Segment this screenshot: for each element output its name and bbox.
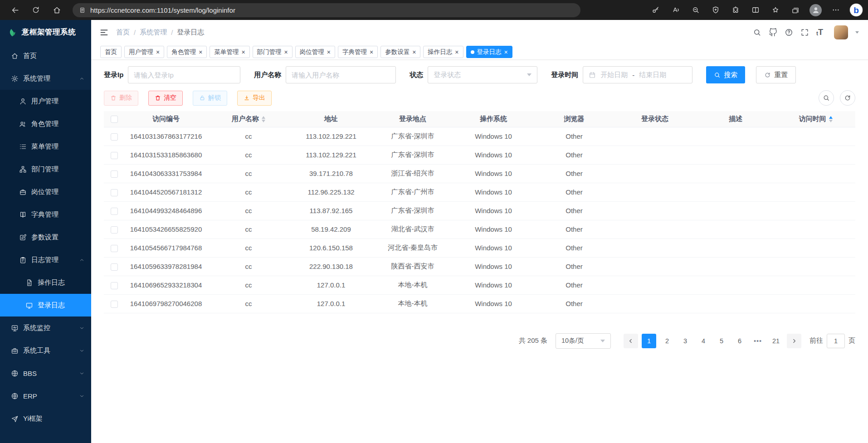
sidebar-item-system-tools[interactable]: 系统工具 — [0, 339, 91, 362]
sidebar-item-yi-framework[interactable]: Yi框架 — [0, 407, 91, 430]
font-size-icon[interactable]: tT — [816, 28, 823, 36]
collections-icon[interactable] — [790, 4, 801, 16]
help-icon[interactable] — [785, 28, 793, 37]
chevron-down-icon[interactable] — [855, 31, 859, 34]
extensions-icon[interactable] — [730, 4, 741, 16]
sidebar-item-log-management[interactable]: 日志管理 — [0, 248, 91, 271]
sidebar-item-bbs[interactable]: BBS — [0, 362, 91, 385]
col-address[interactable]: 地址 — [290, 111, 372, 127]
col-location[interactable]: 登录地点 — [372, 111, 453, 127]
sidebar-item-login-log[interactable]: 登录日志 — [0, 294, 91, 316]
tab-operation-log[interactable]: 操作日志× — [423, 46, 463, 58]
sidebar-item-role-management[interactable]: 角色管理 — [0, 112, 91, 135]
next-page-button[interactable] — [787, 334, 801, 348]
row-checkbox[interactable] — [111, 189, 118, 196]
row-checkbox[interactable] — [111, 245, 118, 252]
row-checkbox[interactable] — [111, 152, 118, 159]
tab-param-settings[interactable]: 参数设置× — [380, 46, 420, 58]
login-time-range-picker[interactable]: 开始日期 - 结束日期 — [583, 66, 692, 83]
table-refresh-button[interactable] — [840, 90, 855, 106]
close-icon[interactable]: × — [370, 49, 373, 55]
row-checkbox[interactable] — [111, 133, 118, 141]
close-icon[interactable]: × — [284, 49, 288, 55]
page-ellipsis[interactable]: ••• — [751, 334, 765, 348]
sidebar-item-home[interactable]: 首页 — [0, 44, 91, 67]
col-time[interactable]: 访问时间 — [776, 111, 855, 127]
sidebar-item-dict-management[interactable]: 字典管理 — [0, 203, 91, 226]
close-icon[interactable]: × — [327, 49, 331, 55]
show-search-toggle-button[interactable] — [819, 90, 834, 106]
page-button-21[interactable]: 21 — [769, 334, 783, 348]
split-screen-icon[interactable] — [750, 4, 761, 16]
sidebar-item-post-management[interactable]: 岗位管理 — [0, 180, 91, 203]
username-input[interactable] — [286, 66, 396, 83]
tab-post-management[interactable]: 岗位管理× — [295, 46, 335, 58]
breadcrumb-item-system[interactable]: 系统管理 — [140, 28, 167, 37]
browser-essentials-icon[interactable] — [710, 4, 722, 16]
prev-page-button[interactable] — [624, 334, 638, 348]
clear-button[interactable]: 清空 — [148, 91, 183, 106]
search-button[interactable]: 搜索 — [706, 66, 745, 83]
page-button-3[interactable]: 3 — [678, 334, 692, 348]
sidebar-item-dept-management[interactable]: 部门管理 — [0, 158, 91, 180]
row-checkbox[interactable] — [111, 226, 118, 234]
password-key-icon[interactable] — [650, 4, 662, 16]
page-button-1[interactable]: 1 — [642, 334, 656, 348]
zoom-out-icon[interactable] — [690, 4, 702, 16]
github-icon[interactable] — [769, 28, 777, 37]
close-icon[interactable]: × — [504, 49, 508, 55]
row-checkbox[interactable] — [111, 170, 118, 178]
col-description[interactable]: 描述 — [695, 111, 776, 127]
close-icon[interactable]: × — [455, 49, 458, 55]
tab-login-log[interactable]: 登录日志× — [466, 46, 512, 58]
tab-dict-management[interactable]: 字典管理× — [338, 46, 378, 58]
close-icon[interactable]: × — [241, 49, 245, 55]
page-size-select[interactable]: 10条/页 — [556, 333, 611, 349]
col-os[interactable]: 操作系统 — [453, 111, 534, 127]
tab-dept-management[interactable]: 部门管理× — [253, 46, 293, 58]
browser-profile-avatar[interactable] — [809, 4, 822, 16]
row-checkbox[interactable] — [111, 282, 118, 289]
app-logo[interactable]: 意框架管理系统 — [0, 20, 91, 44]
sidebar-item-system-management[interactable]: 系统管理 — [0, 67, 91, 90]
page-button-2[interactable]: 2 — [660, 334, 674, 348]
sidebar-item-erp[interactable]: ERP — [0, 385, 91, 407]
browser-refresh-icon[interactable] — [28, 2, 44, 18]
tab-role-management[interactable]: 角色管理× — [167, 46, 207, 58]
copilot-bing-icon[interactable]: b — [850, 4, 863, 16]
row-checkbox[interactable] — [111, 301, 118, 308]
tab-menu-management[interactable]: 菜单管理× — [210, 46, 249, 58]
sidebar-item-user-management[interactable]: 用户管理 — [0, 90, 91, 112]
close-icon[interactable]: × — [156, 49, 160, 55]
col-username[interactable]: 用户名称 — [207, 111, 290, 127]
tab-home[interactable]: 首页 — [100, 46, 122, 58]
close-icon[interactable]: × — [412, 49, 416, 55]
delete-button[interactable]: 删除 — [104, 91, 138, 106]
user-avatar[interactable] — [834, 25, 848, 39]
login-ip-input[interactable] — [128, 66, 240, 83]
col-browser[interactable]: 浏览器 — [534, 111, 614, 127]
page-button-6[interactable]: 6 — [732, 334, 747, 348]
row-checkbox[interactable] — [111, 208, 118, 215]
favorites-star-icon[interactable] — [770, 4, 781, 16]
site-info-icon[interactable] — [79, 7, 86, 14]
browser-back-icon[interactable] — [7, 2, 23, 18]
address-bar[interactable]: https://ccnetcore.com:1101/system/log/lo… — [73, 3, 580, 17]
breadcrumb-item-home[interactable]: 首页 — [116, 28, 130, 37]
sort-icon[interactable] — [829, 116, 833, 122]
tab-user-management[interactable]: 用户管理× — [124, 46, 164, 58]
page-button-5[interactable]: 5 — [714, 334, 729, 348]
reset-button[interactable]: 重置 — [756, 66, 796, 83]
close-icon[interactable]: × — [199, 49, 202, 55]
goto-page-input[interactable] — [827, 334, 845, 348]
col-visit-id[interactable]: 访问编号 — [125, 111, 207, 127]
select-all-checkbox[interactable] — [111, 116, 118, 123]
menu-fold-icon[interactable] — [99, 28, 109, 37]
sidebar-item-param-settings[interactable]: 参数设置 — [0, 226, 91, 248]
browser-menu-icon[interactable] — [830, 4, 842, 16]
read-aloud-icon[interactable] — [670, 4, 682, 16]
export-button[interactable]: 导出 — [237, 91, 272, 106]
col-status[interactable]: 登录状态 — [614, 111, 695, 127]
fullscreen-icon[interactable] — [800, 28, 809, 37]
browser-home-icon[interactable] — [49, 2, 64, 18]
